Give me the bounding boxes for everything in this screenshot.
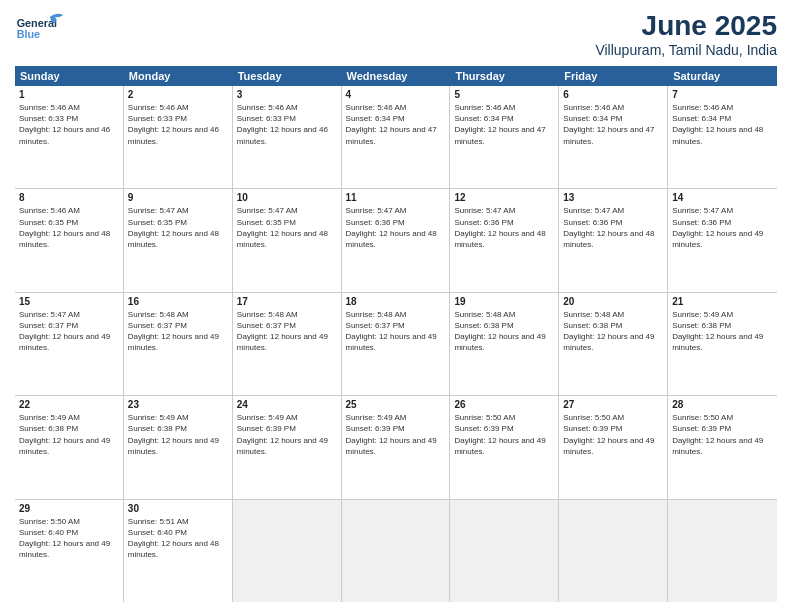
calendar-cell: 8Sunrise: 5:46 AMSunset: 6:35 PMDaylight… <box>15 189 124 291</box>
calendar-cell: 3Sunrise: 5:46 AMSunset: 6:33 PMDaylight… <box>233 86 342 188</box>
calendar-header: Sunday Monday Tuesday Wednesday Thursday… <box>15 66 777 86</box>
calendar-cell: 24Sunrise: 5:49 AMSunset: 6:39 PMDayligh… <box>233 396 342 498</box>
calendar-cell <box>668 500 777 602</box>
cell-info: Sunrise: 5:46 AMSunset: 6:33 PMDaylight:… <box>19 102 119 147</box>
calendar-cell: 1Sunrise: 5:46 AMSunset: 6:33 PMDaylight… <box>15 86 124 188</box>
calendar-cell: 7Sunrise: 5:46 AMSunset: 6:34 PMDaylight… <box>668 86 777 188</box>
day-number: 9 <box>128 192 228 203</box>
calendar-cell: 29Sunrise: 5:50 AMSunset: 6:40 PMDayligh… <box>15 500 124 602</box>
cell-info: Sunrise: 5:46 AMSunset: 6:34 PMDaylight:… <box>454 102 554 147</box>
day-number: 17 <box>237 296 337 307</box>
cell-info: Sunrise: 5:49 AMSunset: 6:38 PMDaylight:… <box>672 309 773 354</box>
day-number: 3 <box>237 89 337 100</box>
calendar-cell: 30Sunrise: 5:51 AMSunset: 6:40 PMDayligh… <box>124 500 233 602</box>
header-thursday: Thursday <box>450 66 559 86</box>
day-number: 22 <box>19 399 119 410</box>
calendar-cell: 11Sunrise: 5:47 AMSunset: 6:36 PMDayligh… <box>342 189 451 291</box>
cell-info: Sunrise: 5:47 AMSunset: 6:36 PMDaylight:… <box>454 205 554 250</box>
header-monday: Monday <box>124 66 233 86</box>
day-number: 7 <box>672 89 773 100</box>
day-number: 8 <box>19 192 119 203</box>
calendar-cell: 21Sunrise: 5:49 AMSunset: 6:38 PMDayligh… <box>668 293 777 395</box>
svg-text:Blue: Blue <box>17 28 40 40</box>
cell-info: Sunrise: 5:47 AMSunset: 6:36 PMDaylight:… <box>563 205 663 250</box>
cell-info: Sunrise: 5:51 AMSunset: 6:40 PMDaylight:… <box>128 516 228 561</box>
day-number: 24 <box>237 399 337 410</box>
calendar-cell: 22Sunrise: 5:49 AMSunset: 6:38 PMDayligh… <box>15 396 124 498</box>
cell-info: Sunrise: 5:47 AMSunset: 6:36 PMDaylight:… <box>672 205 773 250</box>
cell-info: Sunrise: 5:50 AMSunset: 6:40 PMDaylight:… <box>19 516 119 561</box>
day-number: 28 <box>672 399 773 410</box>
calendar-cell: 16Sunrise: 5:48 AMSunset: 6:37 PMDayligh… <box>124 293 233 395</box>
calendar-cell: 15Sunrise: 5:47 AMSunset: 6:37 PMDayligh… <box>15 293 124 395</box>
day-number: 21 <box>672 296 773 307</box>
calendar-row-1: 1Sunrise: 5:46 AMSunset: 6:33 PMDaylight… <box>15 86 777 189</box>
calendar-cell: 13Sunrise: 5:47 AMSunset: 6:36 PMDayligh… <box>559 189 668 291</box>
day-number: 16 <box>128 296 228 307</box>
day-number: 12 <box>454 192 554 203</box>
cell-info: Sunrise: 5:50 AMSunset: 6:39 PMDaylight:… <box>563 412 663 457</box>
day-number: 18 <box>346 296 446 307</box>
day-number: 11 <box>346 192 446 203</box>
day-number: 2 <box>128 89 228 100</box>
cell-info: Sunrise: 5:47 AMSunset: 6:36 PMDaylight:… <box>346 205 446 250</box>
calendar-cell: 19Sunrise: 5:48 AMSunset: 6:38 PMDayligh… <box>450 293 559 395</box>
calendar-cell: 6Sunrise: 5:46 AMSunset: 6:34 PMDaylight… <box>559 86 668 188</box>
calendar-cell: 10Sunrise: 5:47 AMSunset: 6:35 PMDayligh… <box>233 189 342 291</box>
day-number: 4 <box>346 89 446 100</box>
cell-info: Sunrise: 5:46 AMSunset: 6:34 PMDaylight:… <box>563 102 663 147</box>
day-number: 10 <box>237 192 337 203</box>
calendar-cell: 14Sunrise: 5:47 AMSunset: 6:36 PMDayligh… <box>668 189 777 291</box>
cell-info: Sunrise: 5:47 AMSunset: 6:35 PMDaylight:… <box>128 205 228 250</box>
calendar-cell <box>559 500 668 602</box>
header-tuesday: Tuesday <box>233 66 342 86</box>
calendar-cell <box>233 500 342 602</box>
cell-info: Sunrise: 5:48 AMSunset: 6:38 PMDaylight:… <box>563 309 663 354</box>
header-saturday: Saturday <box>668 66 777 86</box>
cell-info: Sunrise: 5:48 AMSunset: 6:37 PMDaylight:… <box>128 309 228 354</box>
main-title: June 2025 <box>595 10 777 42</box>
cell-info: Sunrise: 5:50 AMSunset: 6:39 PMDaylight:… <box>454 412 554 457</box>
cell-info: Sunrise: 5:49 AMSunset: 6:38 PMDaylight:… <box>128 412 228 457</box>
day-number: 20 <box>563 296 663 307</box>
header-friday: Friday <box>559 66 668 86</box>
header: General Blue June 2025 Villupuram, Tamil… <box>15 10 777 58</box>
title-area: June 2025 Villupuram, Tamil Nadu, India <box>595 10 777 58</box>
cell-info: Sunrise: 5:46 AMSunset: 6:34 PMDaylight:… <box>346 102 446 147</box>
day-number: 1 <box>19 89 119 100</box>
calendar-cell: 9Sunrise: 5:47 AMSunset: 6:35 PMDaylight… <box>124 189 233 291</box>
day-number: 5 <box>454 89 554 100</box>
calendar: Sunday Monday Tuesday Wednesday Thursday… <box>15 66 777 602</box>
calendar-row-5: 29Sunrise: 5:50 AMSunset: 6:40 PMDayligh… <box>15 500 777 602</box>
calendar-cell: 17Sunrise: 5:48 AMSunset: 6:37 PMDayligh… <box>233 293 342 395</box>
calendar-cell: 2Sunrise: 5:46 AMSunset: 6:33 PMDaylight… <box>124 86 233 188</box>
day-number: 19 <box>454 296 554 307</box>
cell-info: Sunrise: 5:47 AMSunset: 6:35 PMDaylight:… <box>237 205 337 250</box>
logo: General Blue <box>15 10 65 50</box>
calendar-cell: 28Sunrise: 5:50 AMSunset: 6:39 PMDayligh… <box>668 396 777 498</box>
cell-info: Sunrise: 5:48 AMSunset: 6:37 PMDaylight:… <box>237 309 337 354</box>
cell-info: Sunrise: 5:47 AMSunset: 6:37 PMDaylight:… <box>19 309 119 354</box>
cell-info: Sunrise: 5:46 AMSunset: 6:34 PMDaylight:… <box>672 102 773 147</box>
day-number: 25 <box>346 399 446 410</box>
cell-info: Sunrise: 5:46 AMSunset: 6:35 PMDaylight:… <box>19 205 119 250</box>
calendar-cell: 18Sunrise: 5:48 AMSunset: 6:37 PMDayligh… <box>342 293 451 395</box>
day-number: 14 <box>672 192 773 203</box>
day-number: 13 <box>563 192 663 203</box>
page: General Blue June 2025 Villupuram, Tamil… <box>0 0 792 612</box>
calendar-cell: 20Sunrise: 5:48 AMSunset: 6:38 PMDayligh… <box>559 293 668 395</box>
calendar-cell: 5Sunrise: 5:46 AMSunset: 6:34 PMDaylight… <box>450 86 559 188</box>
calendar-row-4: 22Sunrise: 5:49 AMSunset: 6:38 PMDayligh… <box>15 396 777 499</box>
cell-info: Sunrise: 5:48 AMSunset: 6:38 PMDaylight:… <box>454 309 554 354</box>
calendar-cell: 23Sunrise: 5:49 AMSunset: 6:38 PMDayligh… <box>124 396 233 498</box>
day-number: 23 <box>128 399 228 410</box>
calendar-cell: 27Sunrise: 5:50 AMSunset: 6:39 PMDayligh… <box>559 396 668 498</box>
calendar-body: 1Sunrise: 5:46 AMSunset: 6:33 PMDaylight… <box>15 86 777 602</box>
day-number: 26 <box>454 399 554 410</box>
calendar-row-2: 8Sunrise: 5:46 AMSunset: 6:35 PMDaylight… <box>15 189 777 292</box>
cell-info: Sunrise: 5:49 AMSunset: 6:39 PMDaylight:… <box>346 412 446 457</box>
cell-info: Sunrise: 5:46 AMSunset: 6:33 PMDaylight:… <box>237 102 337 147</box>
calendar-row-3: 15Sunrise: 5:47 AMSunset: 6:37 PMDayligh… <box>15 293 777 396</box>
cell-info: Sunrise: 5:50 AMSunset: 6:39 PMDaylight:… <box>672 412 773 457</box>
cell-info: Sunrise: 5:48 AMSunset: 6:37 PMDaylight:… <box>346 309 446 354</box>
